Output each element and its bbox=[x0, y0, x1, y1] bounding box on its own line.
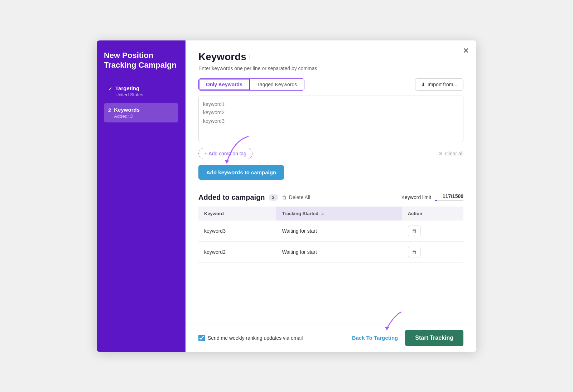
page-title: Keywords bbox=[198, 51, 246, 63]
limit-progress-bar bbox=[435, 200, 463, 201]
section-header: Added to campaign 3 🗑 Delete All Keyword… bbox=[198, 193, 463, 202]
table-row: keyword3 Waiting for start 🗑 bbox=[198, 221, 463, 242]
email-checkbox[interactable] bbox=[198, 335, 205, 341]
main-content: ✕ Keywords i Enter keywords one per line… bbox=[186, 40, 476, 352]
start-tracking-wrapper: Start Tracking bbox=[405, 330, 463, 346]
tab-tagged-keywords[interactable]: Tagged Keywords bbox=[250, 79, 304, 90]
back-btn-label: Back To Targeting bbox=[352, 335, 398, 341]
table-row: keyword2 Waiting for start 🗑 bbox=[198, 241, 463, 262]
action-cell: 🗑 bbox=[402, 221, 463, 242]
sidebar-item-keywords[interactable]: 2 Keywords Added: 3 bbox=[104, 103, 178, 122]
sidebar-title: New Position Tracking Campaign bbox=[104, 50, 178, 70]
add-keywords-button[interactable]: Add keywords to campaign bbox=[198, 165, 284, 180]
keyword-cell: keyword3 bbox=[198, 221, 276, 242]
sort-icon[interactable]: ≡ bbox=[321, 211, 324, 216]
footer: Send me weekly ranking updates via email… bbox=[186, 324, 476, 352]
import-label: Import from... bbox=[428, 82, 457, 87]
tag-action-row: + Add common tag ✕ Clear all bbox=[198, 148, 463, 159]
info-icon[interactable]: i bbox=[249, 54, 251, 60]
delete-row-button[interactable]: 🗑 bbox=[408, 247, 421, 257]
page-subtitle: Enter keywords one per line or separated… bbox=[198, 66, 463, 71]
keywords-table-body: keyword3 Waiting for start 🗑 keyword2 Wa… bbox=[198, 221, 463, 263]
keyword-input[interactable] bbox=[198, 96, 463, 142]
added-section-title: Added to campaign bbox=[198, 193, 265, 202]
start-tracking-button[interactable]: Start Tracking bbox=[405, 330, 463, 346]
section-title-group: Added to campaign 3 🗑 Delete All bbox=[198, 193, 310, 202]
sidebar: New Position Tracking Campaign ✓ Targeti… bbox=[97, 40, 186, 352]
back-to-targeting-button[interactable]: ← Back To Targeting bbox=[345, 335, 398, 341]
footer-actions: ← Back To Targeting Start Tracking bbox=[345, 330, 463, 346]
keywords-table: Keyword Tracking Started ≡ Action keywor… bbox=[198, 207, 463, 263]
import-icon: ⬇ bbox=[421, 82, 425, 87]
sidebar-keywords-label: Keywords bbox=[114, 107, 140, 113]
keyword-limit-value: 117/1500 bbox=[443, 193, 463, 199]
limit-bar-fill bbox=[435, 200, 437, 201]
clear-all-label: Clear all bbox=[445, 151, 463, 156]
status-cell: Waiting for start bbox=[276, 221, 402, 242]
modal-container: New Position Tracking Campaign ✓ Targeti… bbox=[97, 40, 476, 352]
tab-only-keywords[interactable]: Only Keywords bbox=[199, 79, 250, 90]
email-checkbox-label: Send me weekly ranking updates via email bbox=[208, 335, 303, 341]
sidebar-keywords-step: 2 bbox=[108, 107, 111, 113]
start-tracking-arrow bbox=[373, 308, 405, 333]
page-title-row: Keywords i bbox=[198, 51, 463, 63]
check-icon: ✓ bbox=[108, 86, 112, 92]
add-keywords-section: Add keywords to campaign bbox=[198, 165, 463, 190]
tabs-row: Only Keywords Tagged Keywords ⬇ Import f… bbox=[198, 78, 463, 91]
clear-all-button[interactable]: ✕ Clear all bbox=[439, 151, 463, 156]
content-scroll: Keywords i Enter keywords one per line o… bbox=[186, 40, 476, 324]
close-button[interactable]: ✕ bbox=[463, 46, 469, 55]
col-action: Action bbox=[402, 207, 463, 221]
added-count-badge: 3 bbox=[269, 194, 278, 201]
delete-all-label: Delete All bbox=[289, 194, 310, 200]
add-tag-button[interactable]: + Add common tag bbox=[198, 148, 252, 159]
tabs-group: Only Keywords Tagged Keywords bbox=[198, 78, 304, 91]
keyword-limit-label: Keyword limit bbox=[401, 194, 431, 200]
email-checkbox-row: Send me weekly ranking updates via email bbox=[198, 335, 303, 341]
keyword-limit-group: Keyword limit 117/1500 bbox=[401, 193, 463, 201]
import-button[interactable]: ⬇ Import from... bbox=[415, 78, 463, 91]
back-arrow-icon: ← bbox=[345, 335, 350, 341]
sidebar-targeting-sub: United States bbox=[115, 92, 143, 97]
sidebar-keywords-sub: Added: 3 bbox=[114, 113, 140, 119]
col-keyword: Keyword bbox=[198, 207, 276, 221]
delete-all-button[interactable]: 🗑 Delete All bbox=[282, 194, 310, 200]
delete-icon: 🗑 bbox=[282, 194, 287, 200]
sidebar-item-targeting[interactable]: ✓ Targeting United States bbox=[104, 82, 178, 101]
keyword-cell: keyword2 bbox=[198, 241, 276, 262]
added-to-campaign-section: Added to campaign 3 🗑 Delete All Keyword… bbox=[198, 193, 463, 263]
svg-marker-0 bbox=[225, 160, 229, 164]
status-cell: Waiting for start bbox=[276, 241, 402, 262]
clear-x-icon: ✕ bbox=[439, 151, 443, 156]
svg-marker-1 bbox=[385, 327, 389, 330]
sidebar-targeting-label: Targeting bbox=[115, 85, 143, 91]
delete-row-button[interactable]: 🗑 bbox=[408, 226, 421, 236]
col-tracking-started[interactable]: Tracking Started ≡ bbox=[276, 207, 402, 221]
action-cell: 🗑 bbox=[402, 241, 463, 262]
